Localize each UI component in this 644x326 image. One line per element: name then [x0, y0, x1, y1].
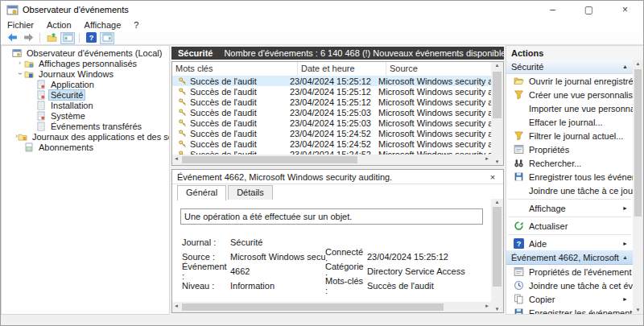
funnel-icon [514, 130, 524, 141]
maximize-button[interactable]: ▢ [571, 1, 607, 19]
scroll-up-icon[interactable]: ▲ [491, 63, 503, 68]
action-item-aide[interactable]: ?Aide► [506, 237, 633, 250]
scroll-thumb[interactable] [634, 69, 642, 217]
scroll-down-icon[interactable]: ▼ [491, 307, 503, 312]
title-bar: Observateur d'événements – ▢ × [1, 1, 643, 19]
sidebar-item-evenements-transferes[interactable]: Événements transférés [2, 121, 169, 131]
sidebar-item-observateur-d-evenements-local[interactable]: Observateur d'événements (Local) [2, 47, 169, 58]
actions-section-evenement-4662-microsoft-windo[interactable]: Événement 4662, Microsoft Windo...▲ [506, 250, 633, 265]
menu-affichage[interactable]: Affichage [78, 20, 128, 30]
menu-fichier[interactable]: Fichier [1, 20, 40, 30]
close-button[interactable]: × [607, 1, 643, 19]
menu-help[interactable]: ? [127, 20, 145, 30]
action-item-copier[interactable]: Copier► [506, 292, 633, 306]
blank-icon [514, 203, 524, 213]
actions-section-label: Sécurité [511, 62, 619, 72]
action-item-enregistrer-tous-les-evenemen[interactable]: Enregistrer tous les événemen... [506, 170, 633, 184]
scroll-thumb[interactable] [182, 156, 357, 163]
sidebar-item-systeme[interactable]: Système [2, 110, 169, 121]
sidebar-item-journaux-windows[interactable]: ›Journaux Windows [2, 68, 169, 79]
action-item-enregistrer-les-evenements-sel[interactable]: Enregistrer les événements sél... [506, 306, 633, 314]
table-row[interactable]: Succès de l'audit23/04/2024 15:24:52Micr… [172, 128, 491, 138]
column-mots-cles[interactable]: Mots clés [172, 62, 298, 76]
sidebar-item-securite[interactable]: Sécurité [2, 89, 169, 100]
menu-action[interactable]: Action [40, 20, 78, 30]
minimize-button[interactable]: – [535, 1, 571, 19]
expander-icon[interactable]: › [15, 59, 24, 68]
export-button[interactable] [44, 32, 59, 44]
action-item-rechercher[interactable]: Rechercher... [506, 156, 633, 170]
table-row[interactable]: Succès de l'audit23/04/2024 15:25:12Micr… [172, 76, 491, 86]
tree-item-label: Installation [49, 101, 95, 110]
detail-vscrollbar[interactable]: ▲ ▼ [491, 199, 503, 312]
table-row[interactable]: Succès de l'audit23/04/2024 15:24:52Micr… [172, 138, 491, 149]
column-source[interactable]: Source [386, 62, 503, 76]
event-detail-panel: Événement 4662, Microsoft Windows securi… [171, 169, 504, 313]
action-item-affichage[interactable]: Affichage► [506, 201, 633, 215]
scroll-down-icon[interactable]: ▼ [491, 159, 503, 164]
field-label: Source : [182, 252, 230, 262]
detail-tabs: Général Détails [172, 184, 503, 200]
event-detail-title: Événement 4662, Microsoft Windows securi… [177, 172, 392, 182]
scroll-thumb[interactable] [493, 72, 502, 118]
help-icon: ? [514, 238, 524, 249]
scroll-up-icon[interactable]: ▲ [491, 200, 503, 204]
expander-icon[interactable]: › [15, 69, 24, 78]
action-item-proprietes[interactable]: Propriétés [506, 142, 633, 156]
event-table-vscrollbar[interactable]: ▲ ▼ [491, 62, 503, 165]
action-item-creer-une-vue-personnalisee[interactable]: Créer une vue personnalisée... [506, 88, 633, 101]
action-item-actualiser[interactable]: Actualiser [506, 219, 633, 233]
action-item-proprietes-de-l-evenement[interactable]: Propriétés de l'événement [506, 265, 633, 279]
scroll-thumb[interactable] [182, 303, 444, 311]
key-icon [178, 76, 187, 85]
tree-item-label: Système [49, 111, 87, 121]
action-pane-button[interactable] [100, 32, 114, 44]
sidebar-item-installation[interactable]: Installation [2, 100, 169, 110]
actions-section-securite[interactable]: Sécurité▲ [506, 60, 633, 74]
help-button[interactable]: ? [84, 32, 98, 44]
action-item-joindre-une-tache-a-cet-evene[interactable]: Joindre une tâche à cet événe... [506, 279, 633, 292]
event-source-cell: Microsoft Windows security au [375, 118, 491, 128]
action-item-joindre-une-tache-a-ce-journal[interactable]: Joindre une tâche à ce journal... [506, 184, 633, 197]
event-source-cell: Microsoft Windows security au [375, 76, 491, 86]
collapse-icon[interactable]: ▲ [622, 254, 628, 260]
column-date-heure[interactable]: Date et heure [298, 62, 386, 76]
table-row[interactable]: Succès de l'audit23/04/2024 15:25:03Micr… [172, 118, 491, 128]
scroll-left-icon[interactable]: ◄ [174, 303, 179, 308]
action-item-importer-une-vue-personnalis[interactable]: Importer une vue personnalis... [506, 101, 633, 115]
action-item-effacer-le-journal[interactable]: Effacer le journal... [506, 115, 633, 129]
event-keyword: Succès de l'audit [190, 76, 257, 86]
table-row[interactable]: Succès de l'audit23/04/2024 15:25:03Micr… [172, 107, 491, 118]
back-arrow-icon [7, 32, 18, 44]
scroll-right-icon[interactable]: ► [485, 303, 489, 308]
actions-vscrollbar[interactable]: ▲ ▼ [633, 60, 643, 314]
event-keyword: Succès de l'audit [190, 129, 257, 138]
detail-close-icon[interactable]: × [487, 172, 498, 182]
scroll-right-icon[interactable]: ► [485, 156, 489, 161]
console-tree-button[interactable] [60, 32, 75, 44]
action-item-label: Propriétés [529, 145, 633, 155]
scroll-down-icon[interactable]: ▼ [633, 307, 643, 312]
scroll-thumb[interactable] [493, 207, 502, 287]
event-date-cell: 23/04/2024 15:24:52 [287, 139, 375, 149]
forward-arrow-button[interactable] [21, 32, 35, 44]
sidebar-item-affichages-personnalises[interactable]: ›Affichages personnalisés [2, 58, 169, 68]
scroll-left-icon[interactable]: ◄ [174, 156, 179, 161]
sidebar-item-application[interactable]: Application [2, 79, 169, 89]
scroll-up-icon[interactable]: ▲ [633, 61, 643, 66]
detail-hscrollbar[interactable]: ◄ ► [172, 302, 491, 312]
table-row[interactable]: Succès de l'audit23/04/2024 15:25:12Micr… [172, 97, 491, 107]
collapse-icon[interactable]: ▲ [622, 64, 628, 69]
table-row[interactable]: Succès de l'audit23/04/2024 15:25:12Micr… [172, 86, 491, 97]
event-source-cell: Microsoft Windows security au [375, 97, 491, 107]
back-arrow-button[interactable] [5, 32, 19, 44]
sidebar-item-abonnements[interactable]: Abonnements [2, 142, 169, 152]
tab-details[interactable]: Détails [228, 185, 273, 200]
event-table-hscrollbar[interactable]: ◄ ► [172, 155, 491, 165]
tab-general[interactable]: Général [177, 185, 226, 200]
sidebar-item-journaux-des-applications-et-d[interactable]: ›Journaux des applications et des servic… [2, 131, 169, 142]
action-item-filtrer-le-journal-actuel[interactable]: Filtrer le journal actuel... [506, 129, 633, 142]
table-row[interactable]: Succès de l'audit23/04/2024 15:24:52Micr… [172, 149, 491, 155]
action-item-ouvrir-le-journal-enregistre[interactable]: Ouvrir le journal enregistré... [506, 74, 633, 88]
plain-log-icon [36, 101, 46, 110]
